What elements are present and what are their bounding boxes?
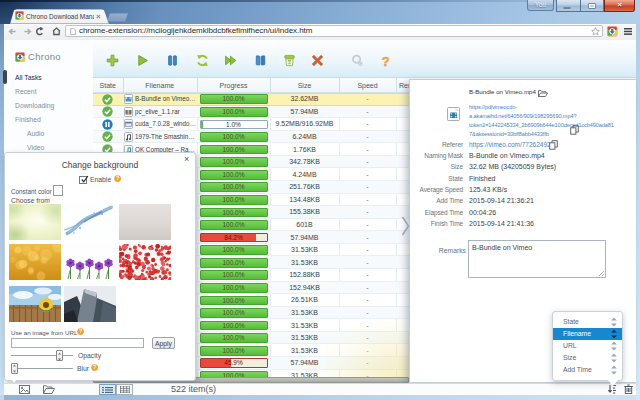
- svg-text:?: ?: [79, 328, 82, 334]
- svg-text:?: ?: [381, 54, 389, 67]
- svg-text:?: ?: [93, 364, 96, 370]
- svg-text:?: ?: [116, 175, 119, 181]
